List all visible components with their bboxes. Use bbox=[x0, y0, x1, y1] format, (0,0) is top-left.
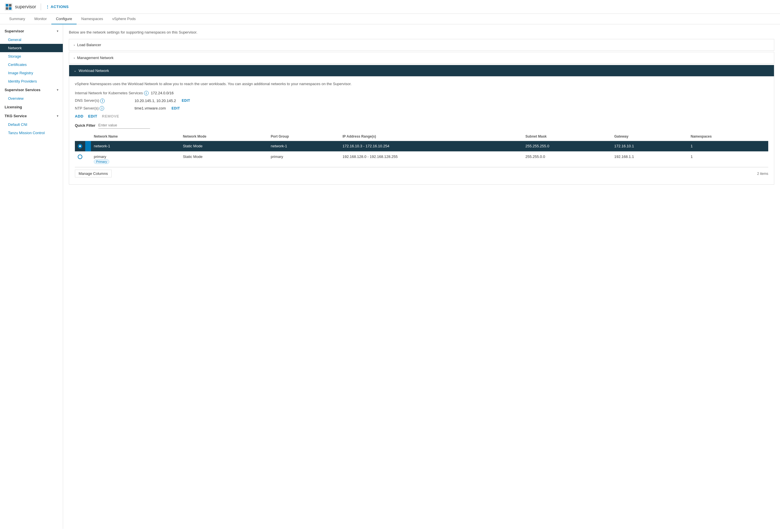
tab-namespaces[interactable]: Namespaces bbox=[77, 14, 108, 24]
row1-name: network-1 bbox=[91, 141, 180, 152]
info-icon-internal-network[interactable]: i bbox=[144, 91, 149, 96]
sidebar-section-supervisor[interactable]: Supervisor ▾ bbox=[0, 26, 63, 36]
radio-button-empty[interactable] bbox=[78, 155, 82, 159]
sidebar-item-storage[interactable]: Storage bbox=[0, 52, 63, 60]
sidebar-item-overview[interactable]: Overview bbox=[0, 94, 63, 103]
field-label-ntp: NTP Server(s) i bbox=[75, 106, 132, 111]
field-label-dns: DNS Server(s) i bbox=[75, 98, 132, 103]
quick-filter-label: Quick Filter bbox=[75, 123, 96, 127]
primary-badge: Primary bbox=[94, 159, 109, 164]
row2-port-group: primary bbox=[268, 152, 340, 167]
actions-dots-icon: ⋮ bbox=[46, 5, 50, 9]
row1-port-group: network-1 bbox=[268, 141, 340, 152]
accordion-management-network: › Management Network bbox=[69, 52, 774, 64]
workload-network-info: vSphere Namespaces uses the Workload Net… bbox=[75, 81, 768, 87]
row2-indicator bbox=[85, 152, 91, 167]
row2-subnet: 255.255.0.0 bbox=[522, 152, 611, 167]
main-tabs: Summary Monitor Configure Namespaces vSp… bbox=[0, 14, 780, 24]
sidebar-item-network[interactable]: Network bbox=[0, 44, 63, 52]
sidebar-item-tanzu-mission-control[interactable]: Tanzu Mission Control bbox=[0, 129, 63, 137]
quick-filter-input[interactable] bbox=[98, 122, 150, 129]
row1-indicator bbox=[85, 141, 91, 152]
row1-radio-cell[interactable] bbox=[75, 141, 85, 152]
accordion-management-network-label: Management Network bbox=[77, 56, 113, 60]
col-network-name: Network Name bbox=[91, 132, 180, 141]
sidebar-item-image-registry[interactable]: Image Registry bbox=[0, 69, 63, 77]
tab-monitor[interactable]: Monitor bbox=[30, 14, 51, 24]
edit-dns-button[interactable]: EDIT bbox=[182, 99, 190, 103]
col-gateway: Gateway bbox=[611, 132, 688, 141]
tab-summary[interactable]: Summary bbox=[5, 14, 30, 24]
accordion-management-network-header[interactable]: › Management Network bbox=[69, 52, 774, 63]
actions-label: ACTIONS bbox=[50, 5, 68, 9]
quick-filter: Quick Filter bbox=[75, 122, 768, 129]
table-row[interactable]: primary Primary Static Mode primary 192.… bbox=[75, 152, 768, 167]
sidebar-item-identity-providers[interactable]: Identity Providers bbox=[0, 77, 63, 86]
col-ip-range: IP Address Range(s) bbox=[340, 132, 523, 141]
page-description: Below are the network settings for suppo… bbox=[69, 30, 774, 35]
field-label-internal-network: Internal Network for Kubernetes Services… bbox=[75, 91, 149, 96]
row2-ip-range: 192.168.128.0 - 192.168.128.255 bbox=[340, 152, 523, 167]
col-subnet-mask: Subnet Mask bbox=[522, 132, 611, 141]
col-network-mode: Network Mode bbox=[180, 132, 267, 141]
sidebar-item-licensing[interactable]: Licensing bbox=[0, 103, 63, 111]
radio-button-filled[interactable] bbox=[78, 144, 82, 149]
row2-mode: Static Mode bbox=[180, 152, 267, 167]
col-namespaces: Namespaces bbox=[688, 132, 768, 141]
network-toolbar: ADD EDIT REMOVE bbox=[75, 114, 768, 118]
chevron-right-icon: › bbox=[74, 43, 75, 47]
item-count: 2 items bbox=[757, 172, 768, 176]
row2-name: primary Primary bbox=[91, 152, 180, 167]
svg-rect-4 bbox=[9, 7, 11, 10]
field-value-dns: 10.20.145.1, 10.20.145.2 bbox=[135, 99, 176, 103]
row1-namespaces: 1 bbox=[688, 141, 768, 152]
manage-columns-button[interactable]: Manage Columns bbox=[75, 170, 111, 177]
info-icon-ntp[interactable]: i bbox=[100, 106, 104, 111]
accordion-workload-network-header[interactable]: ⌄ Workload Network bbox=[69, 65, 774, 76]
col-indicator bbox=[85, 132, 91, 141]
svg-rect-3 bbox=[6, 7, 8, 10]
sidebar-licensing-label: Licensing bbox=[5, 105, 22, 109]
edit-button[interactable]: EDIT bbox=[88, 114, 97, 118]
accordion-load-balancer-label: Load Balancer bbox=[77, 43, 101, 47]
field-row-dns: DNS Server(s) i 10.20.145.1, 10.20.145.2… bbox=[75, 98, 768, 103]
header-divider bbox=[41, 3, 41, 10]
sidebar-section-supervisor-services-label: Supervisor Services bbox=[5, 88, 41, 92]
sidebar-item-default-cni[interactable]: Default CNI bbox=[0, 120, 63, 129]
tab-configure[interactable]: Configure bbox=[51, 14, 77, 24]
actions-button[interactable]: ⋮ ACTIONS bbox=[46, 5, 69, 9]
field-value-ntp: time1.vmware.com bbox=[135, 106, 166, 110]
network-table: Network Name Network Mode Port Group IP … bbox=[75, 132, 768, 167]
chevron-down-icon-2: ▾ bbox=[57, 88, 58, 92]
accordion-load-balancer: › Load Balancer bbox=[69, 39, 774, 51]
table-footer: Manage Columns 2 items bbox=[75, 167, 768, 180]
accordion-workload-network-body: vSphere Namespaces uses the Workload Net… bbox=[69, 76, 774, 184]
chevron-down-icon: ▾ bbox=[57, 30, 58, 33]
row2-radio-cell[interactable] bbox=[75, 152, 85, 167]
sidebar-item-certificates[interactable]: Certificates bbox=[0, 60, 63, 69]
row1-gateway: 172.16.10.1 bbox=[611, 141, 688, 152]
field-row-internal-network: Internal Network for Kubernetes Services… bbox=[75, 91, 768, 96]
row2-namespaces: 1 bbox=[688, 152, 768, 167]
chevron-down-icon-3: ▾ bbox=[57, 114, 58, 117]
field-value-internal-network: 172.24.0.0/16 bbox=[151, 91, 174, 95]
remove-button[interactable]: REMOVE bbox=[102, 114, 119, 118]
info-icon-dns[interactable]: i bbox=[100, 99, 105, 103]
edit-ntp-button[interactable]: EDIT bbox=[172, 106, 180, 110]
sidebar: Supervisor ▾ General Network Storage Cer… bbox=[0, 24, 63, 529]
accordion-load-balancer-header[interactable]: › Load Balancer bbox=[69, 39, 774, 50]
sidebar-section-tkg-label: TKG Service bbox=[5, 114, 27, 118]
chevron-down-icon-workload: ⌄ bbox=[74, 69, 76, 72]
table-row[interactable]: network-1 Static Mode network-1 172.16.1… bbox=[75, 141, 768, 152]
tab-vsphere-pods[interactable]: vSphere Pods bbox=[108, 14, 140, 24]
add-button[interactable]: ADD bbox=[75, 114, 84, 118]
app-header: supervisor ⋮ ACTIONS bbox=[0, 0, 780, 14]
sidebar-section-supervisor-services[interactable]: Supervisor Services ▾ bbox=[0, 86, 63, 94]
row2-gateway: 192.168.1.1 bbox=[611, 152, 688, 167]
sidebar-section-tkg-service[interactable]: TKG Service ▾ bbox=[0, 111, 63, 120]
accordion-workload-network-label: Workload Network bbox=[79, 68, 109, 73]
content-area: Supervisor ▾ General Network Storage Cer… bbox=[0, 24, 780, 529]
sidebar-item-general[interactable]: General bbox=[0, 36, 63, 44]
svg-rect-2 bbox=[9, 4, 11, 7]
main-content: Below are the network settings for suppo… bbox=[63, 24, 780, 529]
